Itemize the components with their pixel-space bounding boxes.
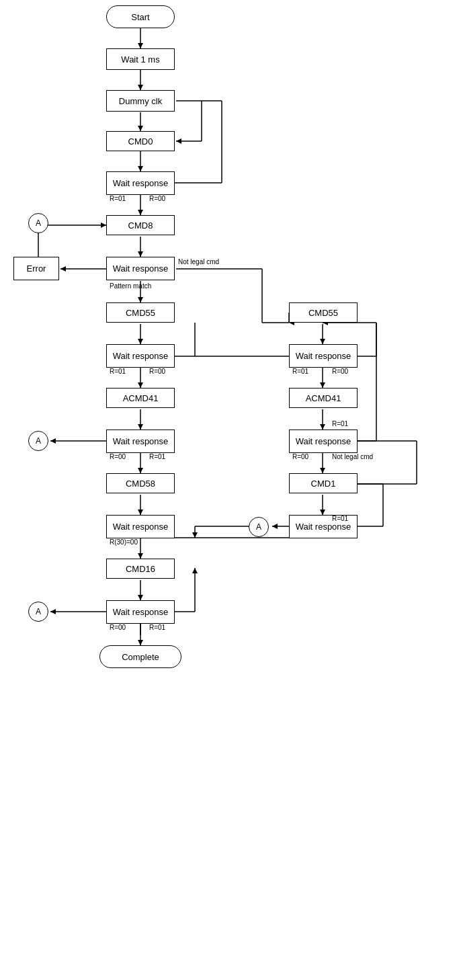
svg-marker-69 bbox=[320, 468, 325, 473]
svg-marker-9 bbox=[176, 138, 181, 144]
error-label: Error bbox=[27, 263, 46, 274]
svg-marker-49 bbox=[50, 609, 56, 614]
wait-resp7-node: Wait response bbox=[289, 344, 358, 368]
wait-resp3-label: Wait response bbox=[113, 351, 169, 361]
wait1ms-node: Wait 1 ms bbox=[106, 48, 175, 70]
r01-label3: R=01 bbox=[149, 453, 165, 460]
start-node: Start bbox=[106, 5, 175, 28]
cmd1-node: CMD1 bbox=[289, 473, 358, 493]
cmd55-left-node: CMD55 bbox=[106, 302, 175, 323]
flowchart: Start Wait 1 ms Dummy clk CMD0 Wait resp… bbox=[0, 0, 459, 980]
a3-label: A bbox=[36, 607, 41, 616]
cmd16-label: CMD16 bbox=[126, 564, 155, 574]
cmd0-node: CMD0 bbox=[106, 131, 175, 151]
wait-resp4-label: Wait response bbox=[113, 436, 169, 446]
r00-label5: R=00 bbox=[110, 624, 126, 631]
svg-marker-42 bbox=[138, 553, 143, 559]
a1-label: A bbox=[36, 218, 41, 228]
wait1ms-label: Wait 1 ms bbox=[121, 54, 159, 65]
complete-node: Complete bbox=[99, 645, 181, 668]
r00-label1: R=00 bbox=[149, 195, 165, 202]
a2-label: A bbox=[36, 436, 41, 446]
pattern-match-label: Pattern match bbox=[110, 282, 151, 290]
svg-marker-71 bbox=[320, 509, 325, 515]
wait-resp7-label: Wait response bbox=[296, 351, 351, 361]
connector-a2: A bbox=[28, 431, 48, 451]
wait-resp5-label: Wait response bbox=[113, 522, 169, 532]
r00-label7: R=00 bbox=[292, 453, 308, 460]
wait-resp6-label: Wait response bbox=[113, 607, 169, 617]
svg-marker-29 bbox=[138, 382, 143, 388]
arrows-svg bbox=[0, 0, 459, 980]
svg-marker-88 bbox=[101, 222, 106, 228]
svg-marker-11 bbox=[138, 166, 143, 171]
svg-marker-46 bbox=[138, 595, 143, 600]
cmd16-node: CMD16 bbox=[106, 559, 175, 579]
wait-resp3-node: Wait response bbox=[106, 344, 175, 368]
svg-marker-1 bbox=[138, 43, 143, 48]
cmd1-label: CMD1 bbox=[311, 479, 336, 489]
svg-marker-54 bbox=[138, 640, 143, 645]
dummyclk-label: Dummy clk bbox=[119, 96, 162, 106]
not-legal2-label: Not legal cmd bbox=[332, 453, 373, 460]
cmd55-right-node: CMD55 bbox=[289, 302, 358, 323]
acmd41-right-node: ACMD41 bbox=[289, 388, 358, 408]
svg-marker-59 bbox=[320, 382, 325, 388]
complete-label: Complete bbox=[122, 652, 159, 662]
svg-marker-77 bbox=[272, 524, 278, 529]
wait-resp9-label: Wait response bbox=[296, 522, 351, 532]
cmd58-label: CMD58 bbox=[126, 479, 155, 489]
wait-resp2-node: Wait response bbox=[106, 257, 175, 280]
svg-marker-27 bbox=[138, 339, 143, 344]
r01-label1: R=01 bbox=[110, 195, 126, 202]
cmd8-node: CMD8 bbox=[106, 215, 175, 235]
cmd0-label: CMD0 bbox=[128, 136, 153, 147]
r00-label2: R=00 bbox=[149, 368, 165, 375]
r01-label7: R=01 bbox=[332, 420, 348, 427]
a4-label: A bbox=[256, 522, 261, 532]
cmd55-left-label: CMD55 bbox=[126, 308, 155, 318]
acmd41-left-node: ACMD41 bbox=[106, 388, 175, 408]
r01-label5: R=01 bbox=[149, 624, 165, 631]
error-node: Error bbox=[13, 257, 59, 280]
start-label: Start bbox=[131, 12, 149, 22]
wait-resp2-label: Wait response bbox=[113, 263, 169, 274]
svg-marker-57 bbox=[320, 339, 325, 344]
cmd58-node: CMD58 bbox=[106, 473, 175, 493]
wait-resp8-node: Wait response bbox=[289, 430, 358, 453]
svg-marker-80 bbox=[192, 532, 198, 538]
dummyclk-node: Dummy clk bbox=[106, 90, 175, 112]
svg-marker-38 bbox=[50, 438, 56, 444]
connector-a4: A bbox=[249, 517, 269, 537]
svg-marker-36 bbox=[138, 468, 143, 473]
connector-a3: A bbox=[28, 602, 48, 622]
svg-marker-34 bbox=[138, 424, 143, 430]
wait-resp1-node: Wait response bbox=[106, 171, 175, 195]
r01-label2: R=01 bbox=[110, 368, 126, 375]
wait-resp5-node: Wait response bbox=[106, 515, 175, 538]
wait-resp1-label: Wait response bbox=[113, 178, 169, 188]
r00-label6: R=00 bbox=[332, 368, 348, 375]
svg-marker-3 bbox=[138, 85, 143, 90]
acmd41-right-label: ACMD41 bbox=[306, 393, 341, 403]
svg-marker-65 bbox=[320, 424, 325, 430]
not-legal-label: Not legal cmd bbox=[178, 258, 219, 266]
svg-marker-13 bbox=[138, 210, 143, 215]
svg-marker-52 bbox=[192, 568, 198, 573]
svg-marker-18 bbox=[138, 251, 143, 257]
wait-resp4-node: Wait response bbox=[106, 430, 175, 453]
svg-marker-5 bbox=[138, 126, 143, 131]
r01-label8: R=01 bbox=[332, 515, 348, 522]
cmd8-label: CMD8 bbox=[128, 220, 153, 231]
svg-marker-25 bbox=[138, 297, 143, 302]
wait-resp6-node: Wait response bbox=[106, 600, 175, 624]
connector-a1: A bbox=[28, 213, 48, 233]
cmd55-right-label: CMD55 bbox=[308, 308, 338, 318]
r01-label6: R=01 bbox=[292, 368, 308, 375]
r30-00-label: R(30)=00 bbox=[110, 538, 138, 546]
acmd41-left-label: ACMD41 bbox=[123, 393, 159, 403]
wait-resp8-label: Wait response bbox=[296, 436, 351, 446]
svg-marker-40 bbox=[138, 509, 143, 515]
r00-label3: R=00 bbox=[110, 453, 126, 460]
svg-marker-20 bbox=[60, 266, 66, 272]
